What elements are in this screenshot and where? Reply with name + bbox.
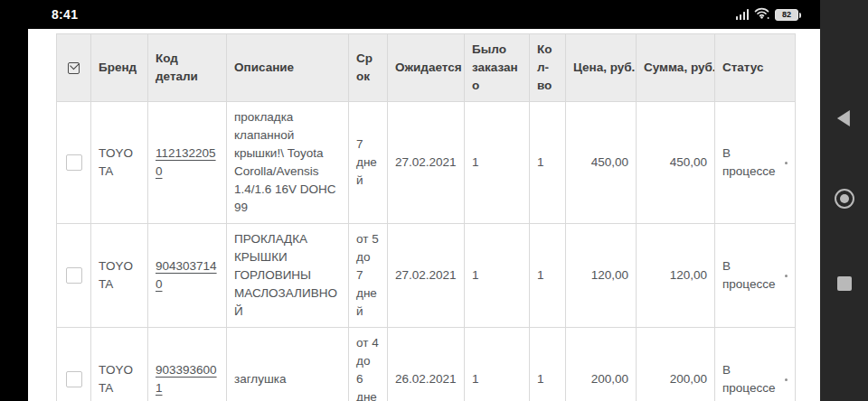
quantity-cell: 1 xyxy=(530,328,566,401)
column-header-sum: Сумма, руб. xyxy=(637,34,715,102)
table-row: TOYOTA 1121322050 прокладка клапанной кр… xyxy=(57,102,796,224)
status-dropdown[interactable]: В процессе xyxy=(722,145,788,181)
table-row: TOYOTA 9033936001 заглушка от 4 до 6 дне… xyxy=(57,328,796,401)
sum-cell: 450,00 xyxy=(637,102,715,224)
table-header-row: Бренд Код детали Описание Срок Ожидается… xyxy=(57,34,796,102)
row-checkbox[interactable] xyxy=(66,154,82,171)
term-cell: от 4 до 6 дней xyxy=(349,328,388,401)
status-label: В процессе xyxy=(722,361,777,397)
clock-label: 8:41 xyxy=(52,7,78,22)
was-ordered-cell: 1 xyxy=(465,224,530,328)
column-header-status: Статус xyxy=(715,34,796,102)
description-cell: прокладка клапанной крышки!\ Toyota Coro… xyxy=(227,102,349,224)
sum-cell: 200,00 xyxy=(637,328,715,401)
price-cell: 450,00 xyxy=(566,102,637,224)
part-code-cell: 9043037140 xyxy=(148,224,227,328)
part-code-link[interactable]: 9033936001 xyxy=(156,363,217,395)
wifi-icon xyxy=(754,6,769,23)
select-cell xyxy=(57,328,91,401)
brand-cell: TOYOTA xyxy=(91,328,148,401)
brand-cell: TOYOTA xyxy=(91,102,148,224)
table-row: TOYOTA 9043037140 ПРОКЛАДКА КРЫШКИ ГОРЛО… xyxy=(57,224,796,328)
row-checkbox[interactable] xyxy=(66,267,82,284)
back-button[interactable] xyxy=(836,110,849,126)
expected-date-cell: 26.02.2021 xyxy=(388,328,465,401)
home-icon xyxy=(840,194,849,203)
status-dropdown[interactable]: В процессе xyxy=(722,257,788,294)
status-dropdown-indicator-icon xyxy=(785,162,788,164)
column-header-was-ordered: Было заказано xyxy=(465,34,530,102)
was-ordered-cell: 1 xyxy=(465,328,530,401)
column-header-brand: Бренд xyxy=(91,34,148,102)
status-cell: В процессе xyxy=(715,328,796,401)
status-dropdown[interactable]: В процессе xyxy=(722,361,788,397)
status-cell: В процессе xyxy=(715,224,796,328)
column-header-qty: Кол-во xyxy=(530,34,566,102)
term-cell: 7 дней xyxy=(349,102,388,224)
status-cell: В процессе xyxy=(715,102,796,224)
status-label: В процессе xyxy=(722,257,777,294)
column-header-select xyxy=(57,34,91,102)
select-cell xyxy=(57,224,91,328)
quantity-cell: 1 xyxy=(530,102,566,224)
screen: 8:41 82 xyxy=(0,0,868,401)
status-dropdown-indicator-icon xyxy=(785,378,788,381)
expected-date-cell: 27.02.2021 xyxy=(388,102,465,224)
quantity-cell: 1 xyxy=(530,224,566,328)
part-code-link[interactable]: 9043037140 xyxy=(156,259,217,291)
part-code-cell: 1121322050 xyxy=(148,102,227,224)
sum-cell: 120,00 xyxy=(637,224,715,328)
page-content: Бренд Код детали Описание Срок Ожидается… xyxy=(28,29,820,401)
status-icons: 82 xyxy=(736,6,799,23)
android-nav-bar xyxy=(820,0,868,401)
column-header-expected: Ожидается xyxy=(388,34,465,102)
was-ordered-cell: 1 xyxy=(465,102,530,224)
column-header-description: Описание xyxy=(227,34,349,102)
price-cell: 120,00 xyxy=(566,224,637,328)
brand-cell: TOYOTA xyxy=(91,224,148,328)
recents-button[interactable] xyxy=(837,276,852,291)
part-code-cell: 9033936001 xyxy=(148,328,227,401)
orders-table: Бренд Код детали Описание Срок Ожидается… xyxy=(56,33,796,401)
column-header-part-code: Код детали xyxy=(148,34,227,102)
battery-icon: 82 xyxy=(775,9,798,21)
status-dropdown-indicator-icon xyxy=(785,275,788,277)
description-cell: ПРОКЛАДКА КРЫШКИ ГОРЛОВИНЫ МАСЛОЗАЛИВНОЙ xyxy=(227,224,349,328)
row-checkbox[interactable] xyxy=(66,371,82,387)
column-header-price: Цена, руб. xyxy=(566,34,637,102)
price-cell: 200,00 xyxy=(566,328,637,401)
status-bar: 8:41 82 xyxy=(0,0,820,29)
select-cell xyxy=(57,102,91,224)
select-all-checkbox[interactable] xyxy=(68,62,80,74)
column-header-term: Срок xyxy=(349,34,388,102)
status-label: В процессе xyxy=(722,145,777,181)
term-cell: от 5 до 7 дней xyxy=(349,224,388,328)
part-code-link[interactable]: 1121322050 xyxy=(156,146,216,178)
description-cell: заглушка xyxy=(227,328,349,401)
signal-strength-icon xyxy=(736,9,750,20)
home-button[interactable] xyxy=(835,189,854,209)
expected-date-cell: 27.02.2021 xyxy=(388,224,465,328)
